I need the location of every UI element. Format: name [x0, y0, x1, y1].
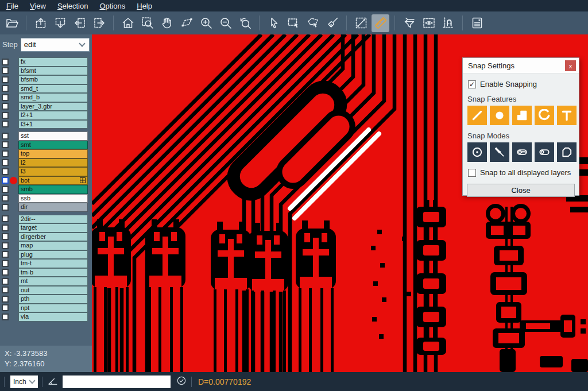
- layer-visibility-checkbox[interactable]: [2, 121, 9, 127]
- zoom-polygon-button[interactable]: [177, 14, 195, 32]
- layer-name[interactable]: dirgerber: [18, 233, 88, 242]
- layer-row-l3[interactable]: l3: [0, 167, 92, 176]
- pan-up-button[interactable]: [32, 14, 49, 32]
- layer-visibility-checkbox[interactable]: [2, 287, 9, 293]
- select-polygon-button[interactable]: [304, 14, 322, 32]
- snap-all-layers-checkbox[interactable]: [468, 169, 476, 177]
- zoom-window-button[interactable]: [138, 14, 156, 32]
- layer-visibility-checkbox[interactable]: [2, 269, 9, 276]
- snap-feature-text-button[interactable]: [557, 106, 577, 125]
- layer-name[interactable]: fx: [18, 57, 88, 67]
- snap-mode-line-point-button[interactable]: [490, 142, 509, 162]
- layer-row-bfsmb[interactable]: bfsmb: [0, 75, 92, 84]
- layer-name[interactable]: tm-t: [18, 259, 88, 268]
- snap-mode-polygon-button[interactable]: [557, 142, 577, 162]
- layer-visibility-checkbox[interactable]: [2, 296, 9, 303]
- layer-visibility-checkbox[interactable]: [2, 141, 9, 148]
- layer-name[interactable]: mt: [18, 277, 88, 286]
- layer-visibility-checkbox[interactable]: [2, 103, 9, 110]
- layer-row-dir[interactable]: dir: [0, 203, 92, 212]
- layer-visibility-checkbox[interactable]: [2, 186, 9, 193]
- layer-row-pth[interactable]: pth: [0, 295, 92, 304]
- layer-row-map[interactable]: map: [0, 241, 92, 250]
- layer-name[interactable]: via: [18, 312, 88, 322]
- snap-feature-circle-button[interactable]: [490, 106, 509, 125]
- layer-row-dirgerber[interactable]: dirgerber: [0, 233, 92, 242]
- layer-name[interactable]: ssb: [18, 194, 88, 203]
- report-list-button[interactable]: [468, 14, 486, 32]
- snap-feature-arc-button[interactable]: [535, 106, 554, 125]
- select-rectangle-button[interactable]: [284, 14, 302, 32]
- layer-visibility-checkbox[interactable]: [2, 313, 9, 320]
- layer-name[interactable]: l3: [18, 167, 88, 176]
- layer-row-l3+1[interactable]: l3+1: [0, 120, 92, 129]
- layer-name[interactable]: out: [18, 286, 88, 295]
- enable-snapping-checkbox[interactable]: ✓: [468, 80, 476, 88]
- layer-visibility-checkbox[interactable]: [2, 260, 9, 267]
- layer-visibility-checkbox[interactable]: [2, 59, 9, 65]
- layer-visibility-checkbox[interactable]: [2, 177, 9, 184]
- layer-name[interactable]: smb: [18, 185, 88, 194]
- zoom-home-button[interactable]: [119, 14, 137, 32]
- menu-help[interactable]: Help: [135, 2, 154, 10]
- layer-name[interactable]: npt: [18, 304, 88, 313]
- brush-button[interactable]: [323, 14, 341, 32]
- layer-row-out[interactable]: out: [0, 286, 92, 295]
- layer-name[interactable]: bfsmt: [18, 67, 88, 76]
- layer-row-top[interactable]: top: [0, 149, 92, 158]
- layer-name[interactable]: target: [18, 223, 88, 233]
- layer-visibility-checkbox[interactable]: [2, 159, 9, 166]
- layer-name[interactable]: dir: [18, 203, 88, 212]
- open-file-button[interactable]: [3, 14, 21, 32]
- snap-mode-pad-center-button[interactable]: [467, 142, 487, 162]
- step-select[interactable]: edit: [21, 38, 90, 52]
- layer-row-bfsmt[interactable]: bfsmt: [0, 67, 92, 76]
- layer-name[interactable]: l3+1: [18, 120, 88, 129]
- layer-visibility-checkbox[interactable]: [2, 278, 9, 285]
- layer-name[interactable]: pth: [18, 295, 88, 304]
- layer-visibility-checkbox[interactable]: [2, 168, 9, 175]
- snap-feature-line-button[interactable]: [467, 106, 487, 125]
- view-options-button[interactable]: [420, 14, 438, 32]
- measure-ruler-button[interactable]: [372, 14, 389, 32]
- layer-name[interactable]: l2: [18, 158, 88, 168]
- layer-name[interactable]: bot: [18, 176, 88, 185]
- layer-visibility-checkbox[interactable]: [2, 150, 9, 157]
- layer-visibility-checkbox[interactable]: [2, 233, 9, 240]
- layer-row-fx[interactable]: fx: [0, 57, 92, 67]
- zoom-in-button[interactable]: [197, 14, 215, 32]
- snap-mode-slot-filled-button[interactable]: [512, 142, 532, 162]
- layer-name[interactable]: layer_3.gbr: [18, 102, 88, 111]
- layer-name[interactable]: 2dir--: [18, 215, 88, 224]
- layer-visibility-checkbox[interactable]: [2, 304, 9, 311]
- menu-selection[interactable]: Selection: [56, 2, 90, 10]
- layer-name[interactable]: top: [18, 149, 88, 158]
- layer-row-l2+1[interactable]: l2+1: [0, 111, 92, 120]
- layer-row-layer_3.gbr[interactable]: layer_3.gbr: [0, 102, 92, 111]
- layer-row-l2[interactable]: l2: [0, 158, 92, 168]
- menu-options[interactable]: Options: [98, 2, 127, 10]
- layer-row-bot[interactable]: bot: [0, 176, 92, 185]
- unit-select[interactable]: Inch: [10, 375, 38, 388]
- layer-name[interactable]: bfsmb: [18, 75, 88, 84]
- layer-row-plug[interactable]: plug: [0, 250, 92, 260]
- measure-line-button[interactable]: [352, 14, 370, 32]
- layer-name[interactable]: plug: [18, 250, 88, 260]
- dialog-close-button[interactable]: x: [565, 60, 576, 71]
- angle-measure-icon[interactable]: [47, 374, 59, 389]
- layer-name[interactable]: smd_t: [18, 84, 88, 94]
- pan-left-button[interactable]: [71, 14, 88, 32]
- layer-row-smd_t[interactable]: smd_t: [0, 84, 92, 94]
- layer-visibility-checkbox[interactable]: [2, 85, 9, 92]
- layer-name[interactable]: smt: [18, 141, 88, 150]
- layer-visibility-checkbox[interactable]: [2, 215, 9, 222]
- snap-feature-surface-button[interactable]: [512, 106, 532, 125]
- layer-row-target[interactable]: target: [0, 223, 92, 233]
- dialog-close-action-button[interactable]: Close: [467, 184, 575, 197]
- layer-row-smb[interactable]: smb: [0, 185, 92, 194]
- layer-name[interactable]: smd_b: [18, 93, 88, 102]
- layer-visibility-checkbox[interactable]: [2, 242, 9, 249]
- layer-row-tm-b[interactable]: tm-b: [0, 268, 92, 277]
- pan-right-button[interactable]: [90, 14, 108, 32]
- layer-row-smd_b[interactable]: smd_b: [0, 93, 92, 102]
